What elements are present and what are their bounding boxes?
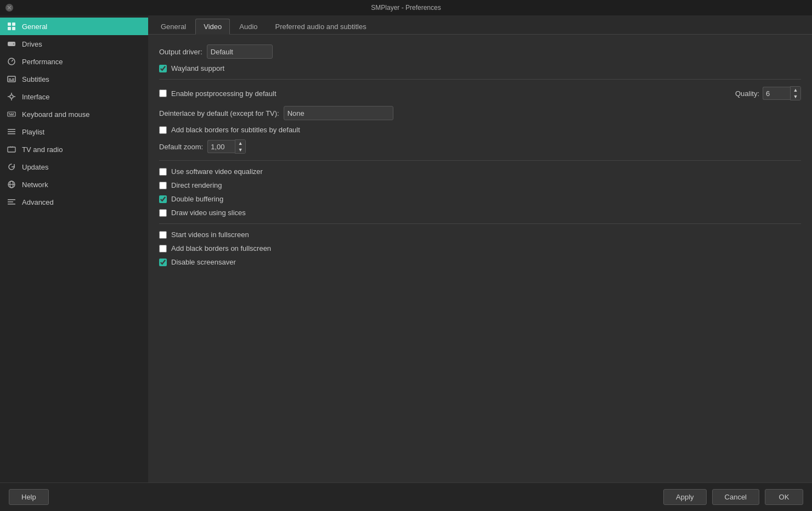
- disable-screensaver-row: Disable screensaver: [159, 258, 801, 266]
- wayland-support-row: Wayland support: [159, 64, 801, 72]
- svg-rect-22: [9, 115, 14, 116]
- disable-screensaver-label[interactable]: Disable screensaver: [171, 258, 236, 266]
- close-button[interactable]: [5, 4, 13, 12]
- deinterlace-row: Deinterlace by default (except for TV): …: [159, 106, 801, 120]
- output-driver-label: Output driver:: [159, 48, 202, 56]
- video-tab-content: Output driver: Default xv vdpau vaapi op…: [148, 35, 812, 482]
- default-zoom-spinbox-buttons: ▲ ▼: [235, 139, 246, 154]
- svg-rect-26: [8, 147, 15, 152]
- sidebar-label-network: Network: [22, 181, 48, 189]
- draw-slices-label[interactable]: Draw video using slices: [171, 209, 246, 217]
- bottom-bar: Help Apply Cancel OK: [0, 482, 812, 511]
- separator-1: [159, 79, 801, 80]
- quality-spinbox: ▲ ▼: [763, 86, 801, 100]
- wayland-support-label[interactable]: Wayland support: [171, 64, 224, 72]
- tab-bar: General Video Audio Preferred audio and …: [148, 15, 812, 35]
- zoom-down-button[interactable]: ▼: [235, 147, 245, 153]
- start-fullscreen-row: Start videos in fullscreen: [159, 231, 801, 239]
- direct-rendering-label[interactable]: Direct rendering: [171, 181, 222, 189]
- cancel-button[interactable]: Cancel: [712, 489, 759, 505]
- sidebar-item-drives[interactable]: Drives: [0, 35, 148, 53]
- start-fullscreen-checkbox[interactable]: [159, 231, 167, 239]
- sidebar-label-subtitles: Subtitles: [22, 75, 49, 83]
- sidebar-item-updates[interactable]: Updates: [0, 158, 148, 176]
- sidebar-item-advanced[interactable]: Advanced: [0, 193, 148, 211]
- tv-icon: [7, 144, 16, 154]
- performance-icon: [7, 57, 16, 66]
- advanced-icon: [7, 197, 16, 207]
- tab-preferred[interactable]: Preferred audio and subtitles: [267, 19, 375, 34]
- quality-row: Quality: ▲ ▼: [735, 86, 801, 100]
- wayland-support-checkbox[interactable]: [159, 65, 167, 72]
- quality-spinbox-buttons: ▲ ▼: [790, 86, 801, 100]
- network-icon: [7, 179, 16, 189]
- direct-rendering-row: Direct rendering: [159, 181, 801, 189]
- quality-input[interactable]: [763, 87, 790, 100]
- svg-rect-24: [8, 131, 15, 132]
- content-area: General Video Audio Preferred audio and …: [148, 15, 812, 482]
- title-bar: SMPlayer - Preferences: [0, 0, 812, 15]
- start-fullscreen-label[interactable]: Start videos in fullscreen: [171, 231, 249, 239]
- black-borders-full-label[interactable]: Add black borders on fullscreen: [171, 244, 271, 252]
- software-eq-label[interactable]: Use software video equalizer: [171, 167, 263, 176]
- sidebar-item-general[interactable]: General: [0, 18, 148, 35]
- svg-rect-19: [9, 113, 10, 114]
- black-borders-full-row: Add black borders on fullscreen: [159, 244, 801, 252]
- deinterlace-select[interactable]: None L5 Yadif (1x) Yadif (2x) Lowpass5 K…: [284, 106, 393, 120]
- quality-up-button[interactable]: ▲: [791, 87, 800, 93]
- sidebar: General Drives Performance: [0, 15, 148, 482]
- svg-rect-4: [8, 27, 11, 30]
- tab-video[interactable]: Video: [195, 19, 230, 35]
- svg-rect-33: [8, 201, 13, 203]
- draw-slices-checkbox[interactable]: [159, 209, 167, 217]
- default-zoom-label: Default zoom:: [159, 143, 203, 151]
- sidebar-item-subtitles[interactable]: Subtitles: [0, 70, 148, 88]
- quality-down-button[interactable]: ▼: [791, 93, 800, 100]
- double-buffering-checkbox[interactable]: [159, 195, 167, 203]
- main-content: General Drives Performance: [0, 15, 812, 482]
- tab-audio[interactable]: Audio: [231, 19, 266, 34]
- svg-rect-5: [12, 27, 15, 30]
- sidebar-item-network[interactable]: Network: [0, 176, 148, 193]
- output-driver-select[interactable]: Default xv vdpau vaapi opengl: [207, 44, 273, 59]
- sidebar-label-performance: Performance: [22, 58, 63, 66]
- sidebar-item-performance[interactable]: Performance: [0, 53, 148, 70]
- svg-rect-20: [11, 113, 12, 114]
- help-button[interactable]: Help: [9, 489, 49, 505]
- software-eq-row: Use software video equalizer: [159, 167, 801, 176]
- double-buffering-label[interactable]: Double buffering: [171, 195, 223, 203]
- svg-rect-32: [8, 199, 15, 200]
- window-title: SMPlayer - Preferences: [371, 4, 441, 12]
- sidebar-label-keyboard-mouse: Keyboard and mouse: [22, 110, 90, 119]
- svg-rect-25: [8, 133, 15, 134]
- sidebar-item-tv-radio[interactable]: TV and radio: [0, 141, 148, 158]
- sidebar-label-tv-radio: TV and radio: [22, 145, 63, 154]
- black-borders-subs-row: Add black borders for subtitles by defau…: [159, 126, 801, 134]
- double-buffering-row: Double buffering: [159, 195, 801, 203]
- svg-rect-23: [8, 129, 15, 130]
- postprocessing-checkbox[interactable]: [159, 89, 167, 97]
- tab-general[interactable]: General: [153, 19, 194, 34]
- separator-3: [159, 223, 801, 224]
- default-zoom-input[interactable]: [207, 140, 235, 153]
- software-eq-checkbox[interactable]: [159, 168, 167, 176]
- disable-screensaver-checkbox[interactable]: [159, 259, 167, 266]
- black-borders-subs-label[interactable]: Add black borders for subtitles by defau…: [171, 126, 300, 134]
- grid-icon: [7, 21, 16, 31]
- zoom-up-button[interactable]: ▲: [235, 140, 245, 147]
- default-zoom-spinbox: ▲ ▼: [207, 139, 246, 154]
- direct-rendering-checkbox[interactable]: [159, 182, 167, 189]
- svg-point-7: [13, 43, 15, 45]
- sidebar-item-playlist[interactable]: Playlist: [0, 123, 148, 141]
- sidebar-item-keyboard-mouse[interactable]: Keyboard and mouse: [0, 105, 148, 123]
- ok-button[interactable]: OK: [765, 489, 803, 505]
- draw-slices-row: Draw video using slices: [159, 209, 801, 217]
- postprocessing-label[interactable]: Enable postprocessing by default: [171, 89, 277, 98]
- apply-button[interactable]: Apply: [663, 489, 707, 505]
- svg-rect-11: [12, 78, 14, 80]
- sidebar-item-interface[interactable]: Interface: [0, 88, 148, 105]
- svg-rect-12: [9, 80, 14, 81]
- black-borders-full-checkbox[interactable]: [159, 245, 167, 252]
- sidebar-label-advanced: Advanced: [22, 198, 54, 206]
- black-borders-subs-checkbox[interactable]: [159, 126, 167, 134]
